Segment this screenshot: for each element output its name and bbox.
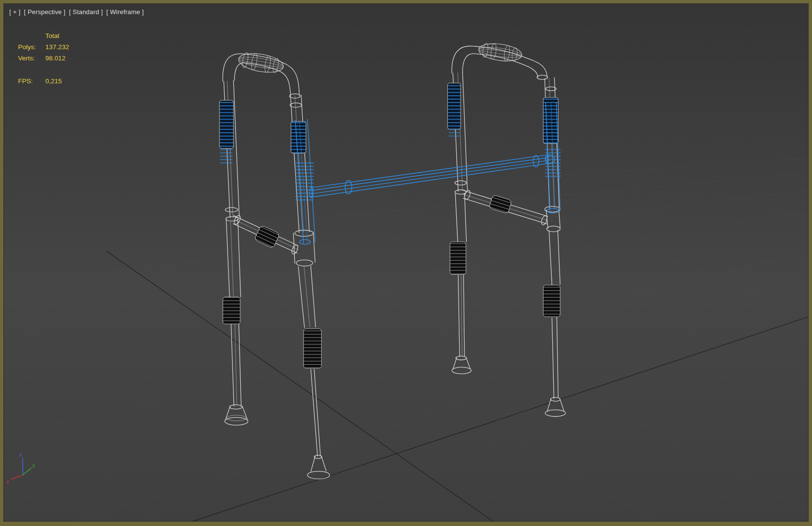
axis-z-label: z [19,451,22,457]
axis-x-label: x [6,479,9,485]
stats-verts-value: 98.012 [45,53,65,64]
viewport-3d[interactable]: [ + ] [ Perspective ] [ Standard ] [ Wir… [3,3,809,522]
stats-fps-label: FPS: [18,75,45,87]
viewport-menu-general[interactable]: [ + ] [9,8,20,16]
selected-crossbar-wireframe[interactable] [220,102,561,244]
walker-frame-wireframe[interactable] [223,41,565,479]
stats-polys-row: Polys: 137.232 [18,41,69,53]
grid-major-axes [106,251,809,522]
window-border: [ + ] [ Perspective ] [ Standard ] [ Wir… [0,0,812,526]
viewport-menu-pov[interactable]: [ Perspective ] [24,8,65,16]
stats-total-row: Total [18,30,69,41]
stats-total-spacer [18,30,45,41]
axis-x-line [11,475,23,479]
viewport-canvas[interactable]: z x y [3,3,809,522]
world-axis-gizmo: z x y [6,451,36,485]
stats-verts-row: Verts: 98.012 [18,53,69,64]
viewport-label: [ + ] [ Perspective ] [ Standard ] [ Wir… [9,8,144,16]
stats-polys-label: Polys: [18,41,45,53]
stats-fps-value: 0,215 [45,75,62,87]
stats-fps-row: FPS: 0,215 [18,75,69,87]
stats-polys-value: 137.232 [45,41,69,53]
right-hand-grip [478,41,523,64]
statistics-overlay: Total Polys: 137.232 Verts: 98.012 FPS: … [18,30,69,87]
viewport-menu-render-preset[interactable]: [ Standard ] [69,8,103,16]
axis-y-label: y [32,462,35,468]
viewport-menu-shading[interactable]: [ Wireframe ] [106,8,144,16]
stats-total-header: Total [45,30,59,41]
stats-verts-label: Verts: [18,53,45,64]
axis-y-line [23,468,32,475]
floor-grid [3,158,809,522]
